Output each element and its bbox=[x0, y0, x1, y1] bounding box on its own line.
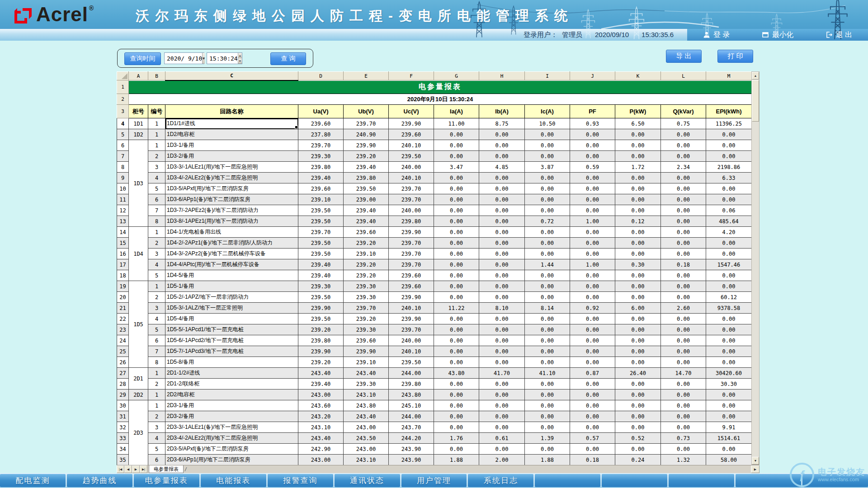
cell[interactable]: 0.00 bbox=[706, 335, 752, 346]
row-header[interactable]: 32 bbox=[117, 422, 129, 433]
cell[interactable]: 0.00 bbox=[661, 140, 706, 151]
cell[interactable]: 0.00 bbox=[570, 292, 615, 303]
cell[interactable]: 0.30 bbox=[615, 259, 661, 270]
cell[interactable]: 0.00 bbox=[706, 270, 752, 281]
cell[interactable]: 0.00 bbox=[479, 140, 525, 151]
cabinet-cell[interactable]: 1D1 bbox=[129, 118, 148, 129]
cell[interactable]: 239.00 bbox=[344, 194, 389, 205]
cell[interactable]: 239.60 bbox=[298, 118, 344, 129]
report-title-cell[interactable]: 电参量报表 bbox=[129, 80, 752, 94]
cell[interactable]: 0.00 bbox=[661, 314, 706, 324]
circuit-no-cell[interactable]: 1 bbox=[148, 368, 165, 379]
cell[interactable]: 239.10 bbox=[344, 249, 389, 259]
cell[interactable]: 242.90 bbox=[298, 444, 344, 455]
cell[interactable]: 0.00 bbox=[479, 173, 525, 183]
circuit-no-cell[interactable]: 2 bbox=[148, 411, 165, 422]
cell[interactable]: 239.30 bbox=[344, 292, 389, 303]
circuit-no-cell[interactable]: 6 bbox=[148, 335, 165, 346]
cell[interactable]: 0.00 bbox=[525, 400, 570, 411]
cell[interactable]: 244.00 bbox=[389, 368, 434, 379]
column-header-K[interactable]: K bbox=[615, 72, 661, 80]
cell[interactable]: 43.80 bbox=[434, 368, 479, 379]
cell[interactable]: 239.60 bbox=[344, 227, 389, 238]
column-header-B[interactable]: B bbox=[148, 72, 165, 80]
column-header-D[interactable]: D bbox=[298, 72, 344, 80]
cell[interactable]: 0.00 bbox=[706, 389, 752, 400]
cabinet-cell[interactable]: 1D4 bbox=[129, 227, 148, 281]
circuit-no-cell[interactable]: 1 bbox=[148, 118, 165, 129]
cell[interactable]: 0.00 bbox=[661, 444, 706, 455]
column-header-F[interactable]: F bbox=[389, 72, 434, 80]
row-header[interactable]: 15 bbox=[117, 238, 129, 249]
circuit-name-cell[interactable]: 2D3-6/APp1(用)/地下二层消防泵房 bbox=[165, 455, 298, 465]
spinner-down-icon[interactable]: ▼ bbox=[238, 58, 242, 64]
cell[interactable]: 0.00 bbox=[479, 324, 525, 335]
circuit-name-cell[interactable]: 1D5-5/-1APcd1/地下一层充电桩 bbox=[165, 324, 298, 335]
cell[interactable]: 239.80 bbox=[298, 335, 344, 346]
row-header[interactable]: 9 bbox=[117, 173, 129, 183]
cell[interactable]: 243.40 bbox=[298, 368, 344, 379]
cell[interactable]: 1.00 bbox=[570, 216, 615, 227]
cell[interactable]: 0.00 bbox=[661, 270, 706, 281]
circuit-no-cell[interactable]: 8 bbox=[148, 357, 165, 368]
cell[interactable]: 239.10 bbox=[298, 194, 344, 205]
circuit-name-cell[interactable]: 1D4-5/备用 bbox=[165, 270, 298, 281]
cell[interactable]: 239.60 bbox=[389, 281, 434, 292]
cell[interactable]: 243.80 bbox=[344, 400, 389, 411]
cell[interactable]: 239.50 bbox=[298, 216, 344, 227]
column-header-L[interactable]: L bbox=[661, 72, 706, 80]
hscroll-right-icon[interactable]: ▶ bbox=[751, 465, 760, 473]
nav-item-1[interactable]: 配电监测 bbox=[0, 474, 66, 487]
cell[interactable]: 0.00 bbox=[661, 194, 706, 205]
cell[interactable]: 239.30 bbox=[344, 324, 389, 335]
circuit-no-cell[interactable]: 1 bbox=[148, 281, 165, 292]
cell[interactable]: 0.00 bbox=[570, 422, 615, 433]
cell[interactable]: 0.00 bbox=[570, 129, 615, 140]
cell[interactable]: 0.00 bbox=[525, 422, 570, 433]
cell[interactable]: 0.00 bbox=[570, 151, 615, 162]
column-title-cell[interactable]: P(kW) bbox=[615, 105, 661, 118]
cell[interactable]: 0.00 bbox=[525, 249, 570, 259]
cell[interactable]: 0.00 bbox=[434, 379, 479, 389]
cell[interactable]: 0.00 bbox=[525, 140, 570, 151]
nav-item-7[interactable]: 用户管理 bbox=[401, 474, 467, 487]
query-button[interactable]: 查 询 bbox=[270, 52, 306, 65]
column-title-cell[interactable]: Ia(A) bbox=[434, 105, 479, 118]
cell[interactable]: 0.00 bbox=[615, 335, 661, 346]
cell[interactable]: 239.60 bbox=[344, 335, 389, 346]
cell[interactable]: 239.80 bbox=[389, 216, 434, 227]
cell[interactable]: 239.50 bbox=[298, 238, 344, 249]
cell[interactable]: 239.70 bbox=[389, 238, 434, 249]
circuit-no-cell[interactable]: 2 bbox=[148, 151, 165, 162]
circuit-name-cell[interactable]: 1D5-6/-1APcd2/地下一层充电桩 bbox=[165, 335, 298, 346]
cell[interactable]: 239.40 bbox=[344, 162, 389, 173]
circuit-name-cell[interactable]: 1D4-3/-2APz2(备)/地下二层机械停车设备 bbox=[165, 249, 298, 259]
cell[interactable]: 0.00 bbox=[479, 238, 525, 249]
query-time-button[interactable]: 查询时间 bbox=[124, 52, 161, 65]
circuit-name-cell[interactable]: 1D3-8/-1APEz1(用)/地下一层消防动力 bbox=[165, 216, 298, 227]
cell[interactable]: 0.00 bbox=[661, 400, 706, 411]
cell[interactable]: 239.70 bbox=[344, 118, 389, 129]
cell[interactable]: 0.00 bbox=[615, 281, 661, 292]
circuit-name-cell[interactable]: 1D4-1/充电桩备用出线 bbox=[165, 227, 298, 238]
cell[interactable]: 0.00 bbox=[434, 411, 479, 422]
cell[interactable]: 0.00 bbox=[434, 389, 479, 400]
row-header[interactable]: 10 bbox=[117, 183, 129, 194]
cell[interactable]: 2198.86 bbox=[706, 162, 752, 173]
column-header-I[interactable]: I bbox=[525, 72, 570, 80]
cell[interactable]: 1.76 bbox=[434, 433, 479, 444]
row-header[interactable]: 26 bbox=[117, 357, 129, 368]
row-header[interactable]: 13 bbox=[117, 216, 129, 227]
circuit-name-cell[interactable]: 2D3-5/APxf(备)/地下二层消防泵房 bbox=[165, 444, 298, 455]
circuit-name-cell[interactable]: 1D3-4/-2ALEz2(备)/地下二层应急照明 bbox=[165, 173, 298, 183]
cell[interactable]: 239.80 bbox=[344, 173, 389, 183]
circuit-name-cell[interactable]: 1D5-8/备用 bbox=[165, 357, 298, 368]
cell[interactable]: 0.00 bbox=[434, 357, 479, 368]
cell[interactable]: 0.93 bbox=[570, 118, 615, 129]
cell[interactable]: 0.00 bbox=[706, 238, 752, 249]
cell[interactable]: 10.50 bbox=[525, 118, 570, 129]
cell[interactable]: 0.00 bbox=[479, 444, 525, 455]
cell[interactable]: 239.90 bbox=[298, 346, 344, 357]
cell[interactable]: 11396.25 bbox=[706, 118, 752, 129]
row-header[interactable]: 24 bbox=[117, 335, 129, 346]
